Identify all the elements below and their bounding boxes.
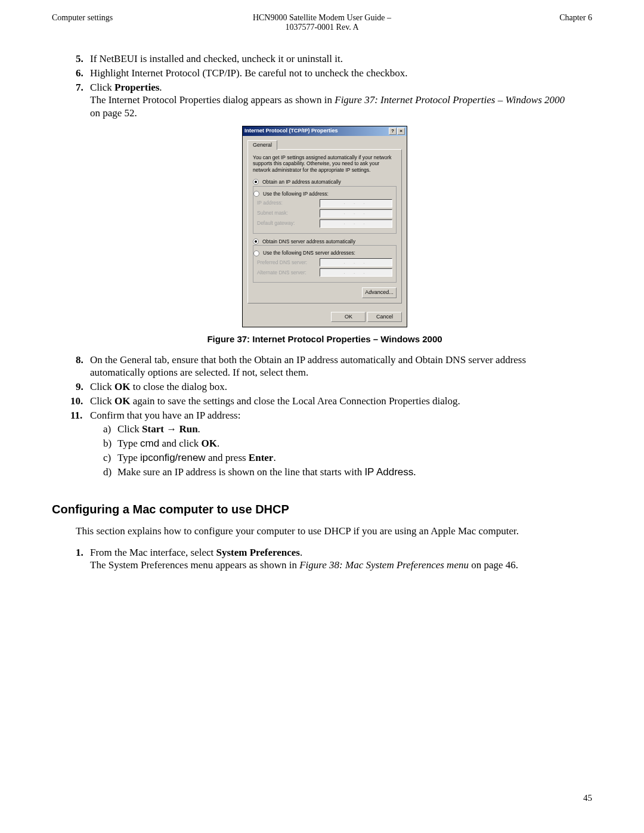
radio-dns-auto[interactable]: Obtain DNS server address automatically [253,239,397,245]
dialog-description: You can get IP settings assigned automat… [253,154,397,173]
header-rev: 1037577-0001 Rev. A [285,23,358,32]
step-11a: a) Click Start → Run. [103,423,574,436]
gateway-label: Default gateway: [257,220,320,227]
radio-ip-auto[interactable]: Obtain an IP address automatically [253,179,397,185]
step-11b: b) Type cmd and click OK. [103,437,574,450]
pref-dns-label: Preferred DNS server: [257,259,320,266]
pref-dns-field[interactable]: . . . [320,258,392,267]
step-8: 8.On the General tab, ensure that both t… [76,354,574,380]
mac-step-1: 1. From the Mac interface, select System… [76,546,574,572]
radio-dns-manual[interactable]: Use the following DNS server addresses: [253,250,392,256]
close-button[interactable]: × [397,128,405,135]
ip-manual-group: Use the following IP address: IP address… [253,186,397,234]
radio-icon [253,191,259,197]
header-title: HCN9000 Satellite Modem User Guide – [253,13,391,22]
subnet-label: Subnet mask: [257,210,320,216]
alt-dns-field[interactable]: . . . [320,268,392,277]
radio-icon [253,239,259,244]
dns-manual-group: Use the following DNS server addresses: … [253,245,397,283]
gateway-field[interactable]: . . . [320,219,392,228]
step-5: 5.If NetBEUI is installed and checked, u… [76,52,574,66]
step-11c: c) Type ipconfig/renew and press Enter. [103,451,574,465]
dialog-button-row: OK Cancel [243,312,407,327]
radio-ip-manual[interactable]: Use the following IP address: [253,191,392,197]
radio-icon [253,250,259,256]
step-11: 11. Confirm that you have an IP address:… [76,409,574,479]
step-6: 6.Highlight Internet Protocol (TCP/IP). … [76,67,574,80]
page-number: 45 [583,793,592,803]
section-mac-intro: This section explains how to configure y… [76,525,574,538]
figure-37: Internet Protocol (TCP/IP) Properties ? … [76,126,574,345]
step-11d: d) Make sure an IP address is shown on t… [103,466,574,479]
dialog-titlebar: Internet Protocol (TCP/IP) Properties ? … [243,126,407,136]
dialog-title: Internet Protocol (TCP/IP) Properties [244,128,388,135]
step-7: 7. Click Properties. The Internet Protoc… [76,81,574,120]
subnet-field[interactable]: . . . [320,209,392,218]
step-9: 9. Click OK to close the dialog box. [76,380,574,394]
radio-icon [253,179,259,185]
ok-button[interactable]: OK [331,312,366,323]
cancel-button[interactable]: Cancel [367,312,402,323]
advanced-button[interactable]: Advanced... [362,287,397,298]
ip-address-label: IP address: [257,200,320,206]
section-mac-title: Configuring a Mac computer to use DHCP [52,502,574,518]
ip-properties-dialog: Internet Protocol (TCP/IP) Properties ? … [242,126,407,328]
step-10: 10. Click OK again to save the settings … [76,395,574,408]
header-right: Chapter 6 [559,13,592,23]
ip-address-field[interactable]: . . . [320,199,392,208]
alt-dns-label: Alternate DNS server: [257,270,320,276]
header-center: HCN9000 Satellite Modem User Guide – 103… [0,13,644,32]
page-content: 5.If NetBEUI is installed and checked, u… [76,52,574,573]
figure-caption: Figure 37: Internet Protocol Properties … [76,333,574,345]
tab-panel: You can get IP settings assigned automat… [247,149,402,304]
help-button[interactable]: ? [389,128,397,135]
general-tab[interactable]: General [247,140,277,150]
